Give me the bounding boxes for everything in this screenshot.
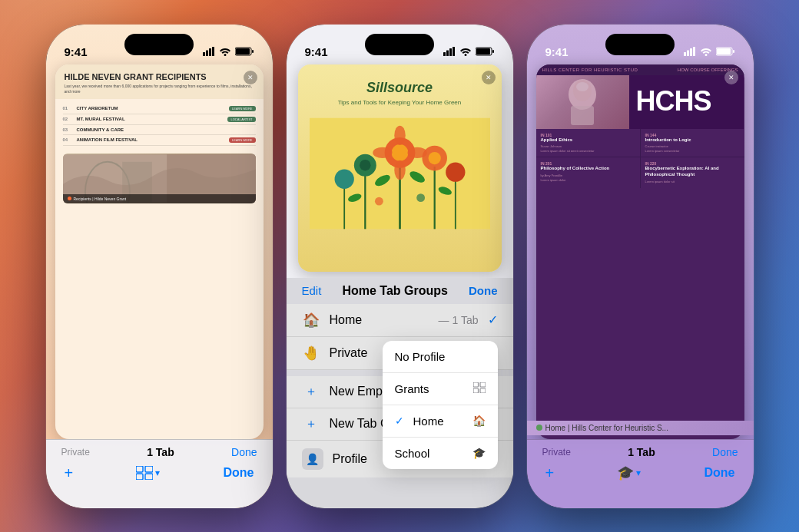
svg-rect-11: [136, 466, 143, 472]
list-item-3: 03 COMMUNITY & CARE: [63, 125, 256, 135]
school-btn-right[interactable]: 🎓 ▾: [617, 464, 641, 481]
course-desc-1: Susan JohnsonLorem ipsum dolor sit amet …: [541, 144, 635, 153]
svg-rect-18: [453, 47, 455, 56]
dropdown-item-grants[interactable]: Grants: [383, 373, 498, 405]
wifi-icon-center: [459, 47, 472, 58]
svg-rect-16: [446, 50, 449, 56]
course-item-1: IN 101 Applied Ethics Susan JohnsonLorem…: [536, 129, 640, 157]
list-badge-1: LEARN MORE: [229, 106, 255, 111]
webpage-thumb-left: HILDE NEVEN GRANT RECIPIENTS Last year, …: [55, 64, 264, 439]
grid-btn-left[interactable]: ▾: [136, 466, 160, 480]
dropdown-item-no-profile[interactable]: No Profile: [383, 341, 498, 373]
webpage-title-left: HILDE NEVEN GRANT RECIPIENTS: [65, 72, 254, 81]
svg-rect-51: [687, 50, 689, 56]
svg-point-44: [374, 197, 383, 205]
course-desc-2: Course instructorLorem ipsum consectetur: [645, 144, 740, 153]
phone-right: 9:41 ✕ HILLS CENTE: [527, 25, 754, 508]
list-badge-2: LOCAL ARTIST: [227, 117, 255, 122]
done-btn2-left[interactable]: Done: [224, 466, 254, 480]
bottom-toolbar-left: Private 1 Tab Done +: [46, 439, 273, 508]
dynamic-island-center: [365, 34, 434, 55]
svg-rect-17: [449, 48, 452, 56]
status-time-left: 9:41: [65, 45, 88, 58]
bust-image: [536, 75, 630, 129]
caption-home-dot: [536, 425, 542, 431]
school-icon: 🎓: [472, 447, 486, 459]
signal-icon-right: [684, 47, 696, 58]
svg-rect-3: [212, 47, 214, 56]
dropdown-item-home[interactable]: ✓ Home 🏠: [383, 405, 498, 438]
list-title-2: MT. MURAL FESTIVAL: [77, 117, 224, 121]
private-label-left: Private: [61, 447, 90, 458]
svg-point-38: [334, 169, 353, 188]
close-btn-right[interactable]: ✕: [724, 71, 738, 84]
chevron-right: ▾: [636, 468, 641, 478]
svg-rect-5: [236, 48, 250, 55]
graduation-icon-right: 🎓: [617, 464, 634, 481]
phones-container: 9:41 HILDE NEVEN GRANT RECIPIENTS: [0, 0, 799, 532]
svg-point-37: [428, 151, 440, 164]
done-btn3-right[interactable]: Done: [705, 466, 735, 480]
phone-right-screen: 9:41 ✕ HILLS CENTE: [527, 25, 754, 508]
webpage-header-right: HILLS CENTER FOR HEURISTIC STUD HOW COUR…: [536, 64, 744, 75]
course-desc-4: Lorem ipsum dolor sit: [645, 180, 740, 184]
course-grid: IN 101 Applied Ethics Susan JohnsonLorem…: [536, 129, 744, 188]
svg-point-32: [373, 147, 392, 157]
add-tab-btn-left[interactable]: +: [65, 464, 74, 482]
svg-rect-55: [717, 48, 731, 55]
list-item-2: 02 MT. MURAL FESTIVAL LOCAL ARTIST: [63, 114, 256, 125]
phone-center: 9:41 ✓ ✕ Sillsource: [287, 25, 513, 508]
battery-icon-right: [716, 47, 735, 58]
webpage-thumb-center: ✓ ✕ Sillsource Tips and Tools for Keepin…: [298, 64, 502, 272]
list-num-2: 02: [63, 117, 72, 121]
close-btn-left[interactable]: ✕: [244, 71, 257, 84]
svg-rect-21: [492, 50, 494, 53]
dynamic-island-right: [605, 34, 675, 55]
svg-rect-56: [733, 50, 734, 53]
logo-area: HCHS: [536, 75, 744, 129]
svg-rect-50: [684, 52, 686, 56]
dynamic-island-left: [124, 34, 194, 55]
org-name-right: HILLS CENTER FOR HEURISTIC STUD: [542, 68, 638, 72]
svg-point-31: [394, 160, 405, 179]
status-time-center: 9:41: [305, 45, 328, 58]
toolbar-icons-left: + ▾ Done: [46, 458, 273, 482]
svg-rect-59: [571, 106, 594, 125]
course-item-4: IN 220 Biocybernetic Exploration: AI and…: [641, 157, 744, 187]
hchs-logo: HCHS: [635, 89, 738, 114]
webpage-list-left: 01 CITY ARBORETUM LEARN MORE 02 MT. MURA…: [55, 99, 264, 150]
svg-rect-15: [443, 52, 446, 56]
caption-text: Recipients | Hilde Neven Grant: [74, 197, 127, 201]
svg-rect-6: [252, 50, 254, 53]
course-title-1: Applied Ethics: [541, 137, 635, 144]
dropdown-menu: No Profile Grants ✓ Home 🏠 School 🎓: [383, 341, 498, 469]
dropdown-item-school[interactable]: School 🎓: [383, 438, 498, 469]
done-btn-left[interactable]: Done: [231, 446, 257, 458]
caption-dot: [68, 197, 71, 200]
battery-icon-center: [476, 47, 495, 58]
svg-rect-47: [480, 382, 486, 387]
svg-rect-13: [136, 474, 143, 480]
signal-icon-center: [443, 47, 456, 58]
list-num-3: 03: [63, 127, 72, 132]
status-icons-left: [203, 47, 254, 58]
list-title-4: ANIMATION FILM FESTIVAL: [77, 137, 225, 142]
bottom-toolbar-right: Private 1 Tab Done + 🎓 ▾ Done: [527, 439, 754, 508]
phone-left-screen: 9:41 HILDE NEVEN GRANT RECIPIENTS: [46, 25, 273, 508]
private-label-right: Private: [542, 447, 571, 458]
close-btn-center[interactable]: ✕: [482, 71, 496, 84]
webpage-subtitle-center: Tips and Tools for Keeping Your Home Gre…: [338, 99, 462, 106]
grants-icon: [473, 382, 486, 395]
course-item-3: IN 201 Philosophy of Collective Action b…: [536, 157, 640, 187]
svg-rect-2: [209, 48, 211, 56]
add-tab-btn-right[interactable]: +: [545, 464, 555, 482]
chevron-left: ▾: [155, 468, 160, 478]
course-title-3: Philosophy of Collective Action: [541, 166, 635, 172]
plus-icon-left: +: [65, 464, 74, 482]
webpage-header-left: HILDE NEVEN GRANT RECIPIENTS Last year, …: [55, 64, 264, 99]
list-num-4: 04: [63, 137, 72, 142]
done-btn-right[interactable]: Done: [712, 446, 738, 458]
course-desc-3: by Amy FranklinLorem ipsum dolor: [541, 173, 635, 182]
course-title-4: Biocybernetic Exploration: AI and Philos…: [645, 166, 740, 178]
floral-art: [310, 112, 490, 235]
